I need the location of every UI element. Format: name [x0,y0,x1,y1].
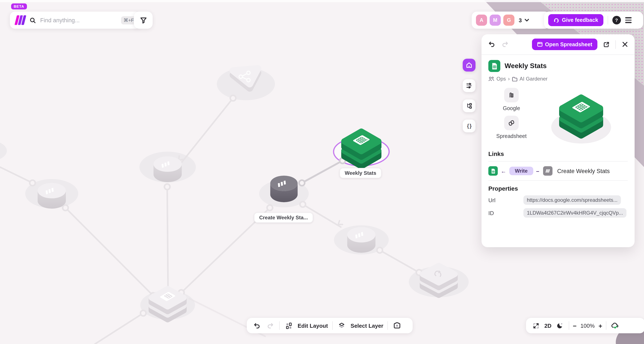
property-value[interactable]: 1LDWa4t267C2irWv4kHRG4V_cjqcQVp... [524,208,626,218]
avatar-count: 3 [519,17,522,23]
canvas-node-create-weekly-stats[interactable] [270,176,298,202]
open-spreadsheet-label: Open Spreadsheet [545,41,592,47]
canvas-toolbar: Edit Layout Select Layer [247,318,413,333]
canvas-node-service-right[interactable] [347,227,376,253]
link-row[interactable]: ← Write – Create Weekly Stats [488,161,628,181]
search-icon [30,17,36,23]
multiplayer-icon [543,166,552,176]
divider [606,321,606,330]
screenshot-button[interactable] [392,321,402,330]
panel-header: Open Spreadsheet [482,34,634,54]
redo-button[interactable] [500,40,510,49]
details-panel: Open Spreadsheet Weekly Stats [482,34,634,247]
property-value[interactable]: https://docs.google.com/spreadsheets... [524,195,621,205]
edit-layout-button[interactable]: Edit Layout [298,322,328,329]
window-icon [537,42,542,47]
canvas-node-service-far-left[interactable] [38,183,66,209]
entity-illustration [534,88,628,146]
dark-mode-icon[interactable] [555,321,565,330]
node-label-weekly-stats[interactable]: Weekly Stats [340,168,382,178]
canvas-node-sheet-stack[interactable] [152,289,184,319]
link-target-name[interactable]: Create Weekly Stats [557,168,610,174]
canvas-node-weekly-stats[interactable] [344,131,378,166]
undo-button[interactable] [487,40,496,49]
edit-layout-icon [284,321,293,330]
property-label: Url [488,197,524,203]
search-input[interactable] [39,17,118,24]
link-type-icon [504,116,519,130]
platform-label: Google [503,105,520,111]
chevron-down-icon[interactable] [524,18,530,23]
divider [388,321,388,330]
select-layer-button[interactable]: Select Layer [351,322,383,329]
feedback-headset-icon [553,17,559,23]
divider [615,40,616,49]
zoom-out-button[interactable]: − [573,322,577,329]
team-icon [488,76,494,81]
beta-badge: BETA [11,4,27,10]
multiplayer-logo-icon [14,14,26,27]
link-direction-arrow-icon: ← [501,168,506,174]
redo-button[interactable] [266,321,275,330]
external-link-button[interactable] [602,40,611,49]
menu-button[interactable] [625,17,632,23]
presence-avatars[interactable]: A M G 3 [472,12,550,29]
canvas-node-service-left[interactable] [154,156,182,182]
breadcrumb-project[interactable]: AI Gardener [520,76,548,82]
folder-icon [512,76,518,81]
breadcrumb-separator: › [508,76,510,82]
view-mode-toggle[interactable]: 2D [544,322,552,329]
breadcrumb-team[interactable]: Ops [496,76,506,82]
property-label: ID [488,210,524,216]
properties-heading: Properties [488,185,628,192]
divider [279,321,280,330]
help-button[interactable]: ? [612,16,621,25]
google-sheets-icon [488,60,500,72]
divider [568,321,569,330]
organization-icon [504,88,519,102]
link-dash-icon: – [536,168,539,174]
close-panel-button[interactable] [620,40,630,49]
filter-icon [140,17,147,24]
avatar[interactable]: A [476,15,487,26]
avatar[interactable]: G [503,15,514,26]
fullscreen-icon[interactable] [531,321,540,330]
give-feedback-label: Give feedback [562,17,598,23]
node-platforms [0,68,469,319]
search-bar[interactable]: ⌘+F [10,12,141,29]
property-row: Url https://docs.google.com/spreadsheets… [488,195,628,205]
link-kind-badge[interactable]: Write [509,167,533,175]
zoom-level: 100% [580,322,595,329]
type-label: Spreadsheet [496,133,526,139]
property-row: ID 1LDWa4t267C2irWv4kHRG4V_cjqcQVp... [488,208,628,218]
node-label-create-weekly-stats[interactable]: Create Weekly Sta... [254,213,313,223]
give-feedback-button[interactable]: Give feedback [548,14,604,26]
sync-status-icon[interactable] [610,321,620,330]
feedback-toolbar: Give feedback ? [544,12,643,29]
divider [332,321,333,330]
canvas-node-webhook-stack[interactable] [422,266,455,295]
select-layer-icon [337,321,346,330]
app-root: Weekly Stats Create Weekly Sta... BETA ⌘… [0,0,644,344]
zoom-in-button[interactable]: + [598,322,602,329]
entity-title: Weekly Stats [504,62,547,70]
undo-button[interactable] [252,321,261,330]
links-heading: Links [488,150,628,157]
avatar[interactable]: M [490,15,501,26]
open-spreadsheet-button[interactable]: Open Spreadsheet [532,39,598,50]
filter-button[interactable] [134,12,153,29]
divider [608,16,608,25]
google-sheets-icon [488,166,498,176]
breadcrumb[interactable]: Ops › AI Gardener [488,76,628,82]
view-controls: 2D − 100% + [526,318,644,333]
